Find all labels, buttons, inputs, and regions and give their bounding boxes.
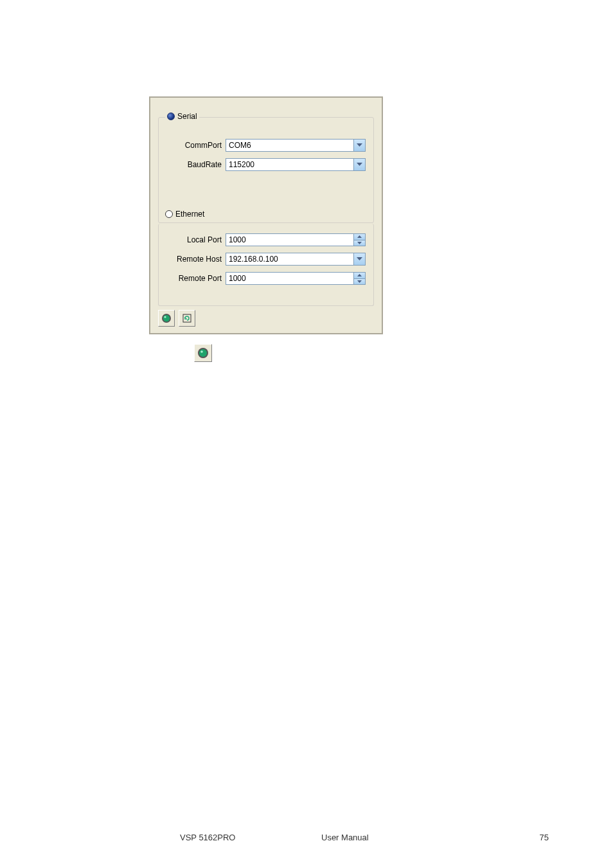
remotehost-input[interactable] bbox=[226, 253, 353, 265]
remoteport-label: Remote Port bbox=[166, 274, 226, 283]
remotehost-dropdown-button[interactable] bbox=[353, 253, 365, 265]
connect-button[interactable] bbox=[158, 310, 175, 327]
commport-row: CommPort bbox=[166, 138, 366, 152]
serial-title: Serial bbox=[177, 112, 197, 121]
svg-point-2 bbox=[164, 316, 166, 318]
ethernet-group: Local Port Remote Host bbox=[158, 224, 374, 306]
baudrate-label: BaudRate bbox=[166, 160, 226, 169]
footer-title: User Manual bbox=[321, 833, 369, 842]
remotehost-label: Remote Host bbox=[166, 255, 226, 264]
commport-label: CommPort bbox=[166, 141, 226, 150]
footer-page-number: 75 bbox=[540, 833, 549, 842]
remoteport-spin-down[interactable] bbox=[354, 278, 365, 285]
localport-spin-down[interactable] bbox=[354, 240, 365, 246]
remotehost-combo[interactable] bbox=[226, 253, 366, 266]
serial-radio-label[interactable]: Serial bbox=[165, 112, 199, 121]
connect-led-icon bbox=[161, 313, 172, 323]
refresh-button[interactable] bbox=[179, 310, 195, 327]
remoteport-spin-up[interactable] bbox=[354, 273, 365, 278]
commport-combo[interactable] bbox=[226, 139, 366, 152]
chevron-up-icon bbox=[357, 235, 362, 238]
refresh-icon bbox=[182, 314, 191, 323]
chevron-down-icon bbox=[357, 257, 362, 261]
connect-led-icon bbox=[197, 347, 209, 359]
serial-radio-filled-icon bbox=[167, 113, 175, 120]
localport-row: Local Port bbox=[166, 233, 366, 247]
chevron-down-icon bbox=[357, 163, 362, 167]
config-panel: Serial CommPort BaudRate Et bbox=[149, 96, 383, 334]
localport-spin-buttons bbox=[353, 234, 365, 246]
ethernet-radio-label[interactable]: Ethernet bbox=[165, 210, 204, 219]
chevron-down-icon bbox=[357, 242, 362, 244]
remotehost-row: Remote Host bbox=[166, 252, 366, 266]
remoteport-input[interactable] bbox=[226, 273, 353, 284]
remoteport-row: Remote Port bbox=[166, 271, 366, 285]
commport-input[interactable] bbox=[226, 140, 353, 151]
chevron-down-icon bbox=[357, 280, 362, 283]
chevron-down-icon bbox=[357, 143, 362, 147]
baudrate-input[interactable] bbox=[226, 159, 353, 170]
footer-product: VSP 5162PRO bbox=[180, 833, 235, 842]
baudrate-row: BaudRate bbox=[166, 158, 366, 172]
commport-dropdown-button[interactable] bbox=[353, 140, 365, 151]
panel-toolbar bbox=[158, 310, 195, 327]
localport-input[interactable] bbox=[226, 234, 353, 246]
serial-group: Serial CommPort BaudRate Et bbox=[158, 117, 374, 223]
localport-spin-up[interactable] bbox=[354, 234, 365, 240]
svg-point-6 bbox=[200, 350, 203, 353]
baudrate-combo[interactable] bbox=[226, 158, 366, 171]
standalone-connect-button[interactable] bbox=[194, 344, 212, 362]
localport-spinner[interactable] bbox=[226, 233, 366, 246]
baudrate-dropdown-button[interactable] bbox=[353, 159, 365, 170]
remoteport-spinner[interactable] bbox=[226, 272, 366, 285]
ethernet-title: Ethernet bbox=[175, 210, 204, 219]
svg-rect-3 bbox=[183, 314, 191, 322]
remoteport-spin-buttons bbox=[353, 273, 365, 284]
localport-label: Local Port bbox=[166, 235, 226, 244]
page-footer: VSP 5162PRO User Manual 75 bbox=[0, 833, 613, 842]
chevron-up-icon bbox=[357, 274, 362, 276]
svg-point-5 bbox=[199, 349, 207, 357]
ethernet-radio-empty-icon bbox=[165, 210, 173, 218]
svg-point-1 bbox=[163, 315, 170, 321]
